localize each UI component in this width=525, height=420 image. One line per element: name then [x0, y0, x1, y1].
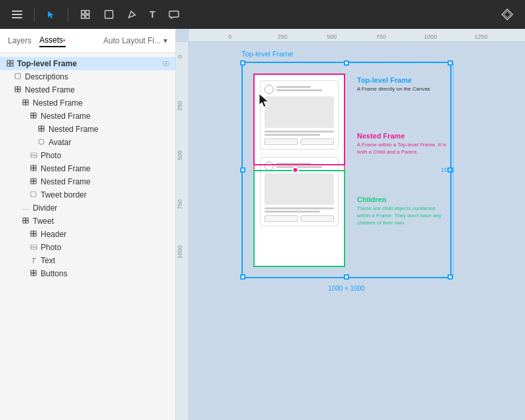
- text-line-1b: [276, 89, 322, 91]
- tab-assets[interactable]: Assets•: [39, 34, 66, 47]
- pen-tool[interactable]: [123, 7, 140, 22]
- shape-tool[interactable]: [100, 7, 118, 22]
- ruler-top: 0 250 500 750 1000 1250: [189, 29, 525, 42]
- btn-1a: [264, 138, 298, 145]
- layer-tree: Top-level Frame Descriptions: [0, 53, 175, 420]
- dash-icon-divider: [21, 205, 30, 212]
- toolbar-sep-2: [68, 8, 68, 21]
- frame-icon-nested1: [13, 86, 22, 94]
- svg-point-32: [39, 139, 44, 144]
- layer-item-divider[interactable]: Divider: [0, 201, 175, 215]
- layer-item-text[interactable]: T Text: [0, 254, 175, 267]
- frame-icon-tweet: [21, 217, 30, 225]
- avatar-2: [264, 161, 274, 171]
- svg-rect-7: [86, 15, 89, 18]
- layer-name-divider: Divider: [33, 203, 57, 213]
- frame-tool[interactable]: [76, 7, 94, 22]
- svg-rect-23: [26, 102, 28, 105]
- eye-icon[interactable]: [162, 60, 170, 68]
- svg-point-14: [165, 62, 167, 64]
- layer-item-top-level-frame[interactable]: Top-level Frame: [0, 57, 175, 70]
- canvas-content: Top-level Frame: [189, 42, 525, 420]
- layer-item-nested-frame-4[interactable]: Nested Frame: [0, 123, 175, 136]
- handle-ml[interactable]: [240, 167, 245, 173]
- text-lines-2: [276, 163, 334, 169]
- divider-line: [260, 154, 339, 154]
- layer-name-nested1: Nested Frame: [25, 85, 75, 94]
- handle-br[interactable]: [448, 274, 453, 280]
- frame-icon-descriptions: [13, 73, 22, 81]
- photo-icon-1: [29, 152, 38, 159]
- svg-rect-37: [33, 168, 36, 171]
- info-section-toplevel: Top-level Frame A Frame directly on the …: [357, 76, 449, 93]
- text-tool[interactable]: T: [146, 7, 159, 22]
- text-lines-1: [276, 86, 334, 93]
- tweet-card-2: [260, 157, 339, 226]
- layer-item-tweet[interactable]: Tweet: [0, 215, 175, 228]
- toolbar-sep-1: [34, 8, 35, 21]
- side-ruler: 1000: [453, 62, 453, 278]
- layer-name-nested6: Nested Frame: [41, 177, 91, 186]
- frame-label: Top-level Frame: [242, 50, 293, 58]
- text-line-1a: [276, 86, 311, 88]
- layer-name-nested2: Nested Frame: [33, 98, 83, 108]
- handle-bm[interactable]: [344, 274, 349, 280]
- layer-item-avatar[interactable]: Avatar: [0, 136, 175, 149]
- panel-tabs: Layers Assets• Auto Layout Fi... ▾: [0, 29, 175, 53]
- layer-name-avatar: Avatar: [49, 138, 71, 147]
- svg-marker-3: [48, 11, 54, 18]
- layer-item-descriptions[interactable]: Descriptions: [0, 70, 175, 83]
- auto-layout-tab[interactable]: Auto Layout Fi... ▾: [104, 36, 167, 45]
- layer-item-header[interactable]: Header: [0, 228, 175, 241]
- canvas-area[interactable]: 0 250 500 750 1000 1250 0 250 500 750 10…: [176, 29, 525, 420]
- speech-tool[interactable]: [165, 7, 183, 22]
- handle-bl[interactable]: [240, 274, 245, 280]
- frame-icon-buttons: [29, 270, 38, 278]
- svg-rect-15: [15, 74, 20, 79]
- svg-rect-51: [33, 234, 36, 236]
- svg-rect-31: [41, 129, 44, 131]
- layer-item-nested-frame-3[interactable]: Nested Frame: [0, 110, 175, 123]
- layer-item-nested-frame-2[interactable]: Nested Frame: [0, 96, 175, 110]
- layer-name-photo2: Photo: [41, 243, 61, 252]
- svg-rect-54: [33, 270, 36, 273]
- component-icon[interactable]: [497, 6, 517, 23]
- frame-icon-header: [29, 230, 38, 238]
- layer-item-nested-frame-1[interactable]: Nested Frame: [0, 83, 175, 96]
- svg-rect-19: [18, 89, 20, 92]
- layer-item-photo-1[interactable]: Photo: [0, 149, 175, 162]
- move-tool[interactable]: [43, 7, 60, 22]
- info-title-children: Children: [357, 196, 449, 203]
- text-line-1c: [264, 131, 334, 133]
- layer-name-buttons: Buttons: [41, 269, 68, 278]
- action-buttons-1: [264, 138, 334, 145]
- layer-item-nested-frame-5[interactable]: Nested Frame: [0, 162, 175, 175]
- handle-tl[interactable]: [240, 60, 245, 66]
- menu-icon[interactable]: [8, 8, 26, 21]
- text-line-2d: [264, 211, 320, 213]
- svg-rect-0: [12, 10, 22, 12]
- layer-item-tweet-border[interactable]: Tweet border: [0, 188, 175, 201]
- svg-rect-35: [33, 165, 36, 168]
- svg-rect-11: [7, 64, 10, 66]
- info-title-toplevel: Top-level Frame: [357, 76, 449, 84]
- layer-item-buttons[interactable]: Buttons: [0, 267, 175, 280]
- tab-layers[interactable]: Layers: [8, 35, 32, 47]
- handle-tr[interactable]: [448, 60, 453, 66]
- layer-name-nested3: Nested Frame: [41, 112, 91, 121]
- svg-rect-5: [86, 10, 89, 14]
- image-2: [264, 173, 334, 205]
- layer-name-descriptions: Descriptions: [25, 72, 68, 81]
- svg-rect-45: [26, 218, 28, 220]
- svg-rect-12: [10, 64, 13, 66]
- layer-name-tweet-border: Tweet border: [41, 190, 87, 200]
- layer-item-photo-2[interactable]: Photo: [0, 241, 175, 254]
- svg-rect-17: [18, 87, 20, 89]
- svg-rect-41: [33, 181, 36, 184]
- main-area: Layers Assets• Auto Layout Fi... ▾: [0, 29, 525, 420]
- cursor-arrow: [257, 93, 270, 108]
- layer-item-nested-frame-6[interactable]: Nested Frame: [0, 175, 175, 188]
- top-level-frame[interactable]: Top-level Frame A Frame directly on the …: [242, 62, 452, 278]
- handle-tm[interactable]: [344, 60, 349, 66]
- info-desc-toplevel: A Frame directly on the Canvas: [357, 85, 449, 93]
